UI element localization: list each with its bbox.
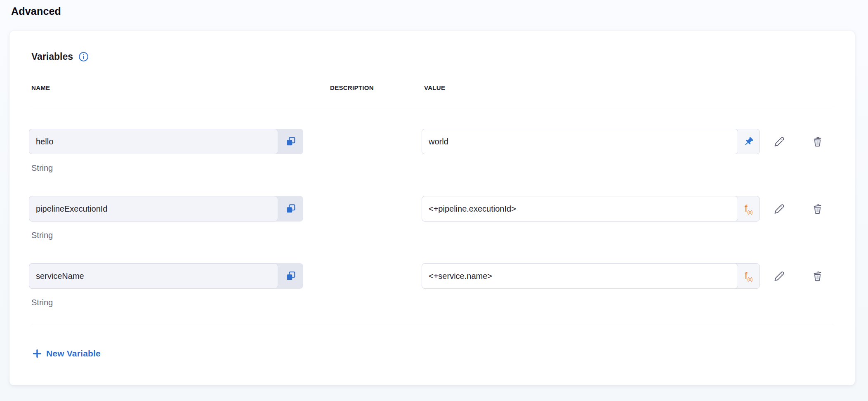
page-title: Advanced <box>11 5 61 17</box>
variable-type-label: String <box>31 298 53 307</box>
variable-value-input[interactable] <box>422 263 738 289</box>
variable-value-input[interactable] <box>422 129 738 154</box>
pin-icon <box>743 136 754 147</box>
copy-button[interactable] <box>278 263 303 289</box>
copy-icon <box>285 203 296 214</box>
variable-value-field: f(x) <box>422 263 760 289</box>
copy-button[interactable] <box>278 196 303 222</box>
copy-button[interactable] <box>278 129 303 154</box>
variable-name-field <box>29 263 303 289</box>
divider <box>31 107 834 107</box>
variable-value-field: f(x) <box>422 196 760 222</box>
variable-row: String <box>9 129 855 191</box>
pencil-icon <box>773 135 785 148</box>
fx-icon: f(x) <box>745 203 752 215</box>
copy-icon <box>285 136 296 147</box>
variables-heading: Variables <box>31 51 89 62</box>
variable-value-field <box>422 129 760 154</box>
variable-row: String f(x) <box>9 196 855 258</box>
info-icon[interactable] <box>78 52 89 62</box>
variables-heading-label: Variables <box>31 51 73 62</box>
variable-type-label: String <box>31 163 53 173</box>
expression-button[interactable]: f(x) <box>738 264 760 288</box>
edit-variable-button[interactable] <box>773 270 785 282</box>
variable-name-input[interactable] <box>29 263 278 289</box>
divider <box>31 325 834 325</box>
variable-name-input[interactable] <box>29 129 278 154</box>
pencil-icon <box>773 270 785 282</box>
fixed-value-button[interactable] <box>738 129 760 154</box>
trash-icon <box>811 135 823 148</box>
variable-type-label: String <box>31 231 53 240</box>
delete-variable-button[interactable] <box>811 270 823 282</box>
new-variable-label: New Variable <box>46 349 101 359</box>
variable-name-field <box>29 196 303 222</box>
edit-variable-button[interactable] <box>773 135 785 148</box>
variable-row: String f(x) <box>9 263 855 325</box>
expression-button[interactable]: f(x) <box>738 196 760 221</box>
new-variable-button[interactable]: New Variable <box>30 347 103 360</box>
fx-icon: f(x) <box>745 271 752 282</box>
delete-variable-button[interactable] <box>811 203 823 215</box>
variables-panel: Variables NAME DESCRIPTION VALUE String <box>9 31 855 385</box>
trash-icon <box>811 270 823 282</box>
column-header-value: VALUE <box>424 84 445 91</box>
variable-name-input[interactable] <box>29 196 278 222</box>
edit-variable-button[interactable] <box>773 203 785 215</box>
column-header-name: NAME <box>31 84 50 91</box>
pencil-icon <box>773 203 785 215</box>
delete-variable-button[interactable] <box>811 135 823 148</box>
variable-value-input[interactable] <box>422 196 738 222</box>
copy-icon <box>285 271 296 281</box>
trash-icon <box>811 203 823 215</box>
variable-name-field <box>29 129 303 154</box>
plus-icon <box>33 349 42 358</box>
column-header-description: DESCRIPTION <box>330 84 374 91</box>
